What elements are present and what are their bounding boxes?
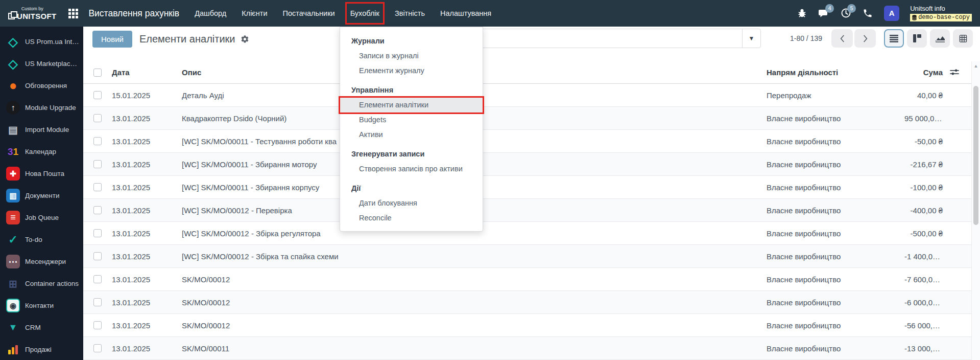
column-header-plan[interactable]: Напрям діяльності <box>767 68 904 77</box>
cell-date: 13.01.2025 <box>112 137 182 146</box>
cell-amount: -400,00 ₴ <box>904 206 971 215</box>
sidebar-item-contacts[interactable]: ◉Контакти <box>0 295 83 317</box>
row-checkbox[interactable] <box>93 252 102 260</box>
table-row[interactable]: 13.01.2025SK/MO/00012Власне виробництво-… <box>83 314 971 337</box>
row-checkbox[interactable] <box>93 206 102 214</box>
table-row[interactable]: 13.01.2025[WC] SK/MO/00011 - Тестування … <box>83 130 971 153</box>
sidebar-item-todo[interactable]: ✓To-do <box>0 229 83 251</box>
table-row[interactable]: 13.01.2025Квадракоптер Dsido (Чорний)Вла… <box>83 107 971 130</box>
activities-clock-icon[interactable]: 5 <box>840 8 851 19</box>
menu-item-reconcile[interactable]: Reconcile <box>340 211 483 226</box>
cell-plan: Власне виробництво <box>767 298 904 307</box>
menu-item-assets[interactable]: Активи <box>340 127 483 142</box>
topnav-item-accounting[interactable]: Бухоблік <box>350 7 379 19</box>
row-checkbox[interactable] <box>93 275 102 283</box>
column-header-date[interactable]: Дата <box>112 68 182 77</box>
sidebar-item-us-promua-integration[interactable]: ◇US Prom.ua Inte... <box>0 31 83 53</box>
unitsoft-logo[interactable]: Custom by UNITSOFT <box>8 7 56 20</box>
cell-plan: Власне виробництво <box>767 206 904 215</box>
row-checkbox-cell <box>83 206 112 214</box>
menu-item-create-asset-entries[interactable]: Створення записів про активи <box>340 162 483 176</box>
scroll-up-arrow-icon[interactable]: ▲ <box>972 63 980 69</box>
column-header-amount[interactable]: Сума <box>904 68 971 77</box>
bug-icon[interactable] <box>796 8 807 19</box>
sidebar-item-label: Документи <box>25 192 59 199</box>
sidebar-item-nova-poshta[interactable]: ✚Нова Пошта <box>0 163 83 185</box>
view-list-button[interactable] <box>884 29 904 48</box>
cell-date: 13.01.2025 <box>112 183 182 192</box>
row-checkbox[interactable] <box>93 114 102 122</box>
row-checkbox[interactable] <box>93 344 102 352</box>
sidebar-item-sales[interactable]: Продажі <box>0 339 83 360</box>
cell-amount: -1 400,00 ₴ <box>904 252 971 261</box>
nova-poshta-icon: ✚ <box>6 167 20 181</box>
user-info: Unitsoft info demo-base-copy <box>910 5 972 22</box>
scrollbar-thumb[interactable] <box>973 86 978 225</box>
pager-prev-button[interactable] <box>831 29 853 48</box>
table-row[interactable]: 15.01.2025Деталь АудіПерепродаж40,00 ₴ <box>83 84 971 107</box>
row-checkbox[interactable] <box>93 137 102 145</box>
table-row[interactable]: 13.01.2025[WC] SK/MO/00011 - Збирання ко… <box>83 176 971 199</box>
view-graph-button[interactable] <box>930 29 950 48</box>
user-avatar[interactable]: A <box>884 6 899 21</box>
select-all-checkbox[interactable] <box>93 69 102 77</box>
row-checkbox[interactable] <box>93 298 102 306</box>
table-row[interactable]: 13.01.2025[WC] SK/MO/00012 - Збірка регу… <box>83 222 971 245</box>
cell-amount: -13 000,00 ₴ <box>904 344 971 353</box>
sidebar-item-container-actions[interactable]: ⊞Container actions <box>0 273 83 295</box>
menu-item-journal-entries[interactable]: Записи в журналі <box>340 49 483 63</box>
apps-grid-icon[interactable] <box>68 9 78 18</box>
pager-range[interactable]: 1-80 / 139 <box>790 34 822 42</box>
sidebar-item-calendar[interactable]: 31Календар <box>0 141 83 163</box>
row-checkbox[interactable] <box>93 160 102 168</box>
accounting-dropdown-menu: ЖурналиЗаписи в журналіЕлементи журналуУ… <box>340 27 483 232</box>
table-row[interactable]: 13.01.2025SK/MO/00012Власне виробництво-… <box>83 291 971 314</box>
gear-icon[interactable] <box>241 35 249 43</box>
row-checkbox[interactable] <box>93 321 102 329</box>
table-row[interactable]: 13.01.2025[WC] SK/MO/00012 - ПеревіркаВл… <box>83 199 971 222</box>
sidebar-item-documents[interactable]: ▥Документи <box>0 185 83 207</box>
app-window: Custom by UNITSOFT Виставлення рахунків … <box>0 0 980 360</box>
table-row[interactable]: 13.01.2025SK/MO/00012Власне виробництво-… <box>83 268 971 291</box>
topnav-item-dashboard[interactable]: Дашборд <box>195 7 226 19</box>
sidebar-item-job-queue[interactable]: ≡Job Queue <box>0 207 83 229</box>
row-checkbox-cell <box>83 298 112 306</box>
sidebar-item-discuss[interactable]: ●Обговорення <box>0 75 83 97</box>
topnav-item-vendors[interactable]: Постачальники <box>283 7 335 19</box>
table-row[interactable]: 13.01.2025[WC] SK/MO/00011 - Збирання мо… <box>83 153 971 176</box>
cell-plan: Власне виробництво <box>767 321 904 330</box>
row-checkbox[interactable] <box>93 183 102 191</box>
pager-next-button[interactable] <box>854 29 876 48</box>
menu-item-journal-items[interactable]: Елементи журналу <box>340 63 483 78</box>
analytic-items-list: Дата Опис Напрям діяльності Сума 15.01.2… <box>83 61 971 360</box>
row-checkbox[interactable] <box>93 229 102 237</box>
table-row[interactable]: 13.01.2025SK/MO/00011Власне виробництво-… <box>83 337 971 360</box>
sidebar-item-module-upgrade[interactable]: ↑Module Upgrade <box>0 97 83 119</box>
phone-icon[interactable] <box>862 8 873 19</box>
sidebar-item-import-module[interactable]: ▤Import Module <box>0 119 83 141</box>
cell-description: SK/MO/00012 <box>182 275 767 284</box>
table-row[interactable]: 13.01.2025[WC] SK/MO/00012 - Збірка та с… <box>83 245 971 268</box>
sidebar-item-label: US Marketplace... <box>25 60 79 68</box>
view-pivot-button[interactable] <box>953 29 973 48</box>
cell-plan: Власне виробництво <box>767 114 904 123</box>
sidebar-item-crm[interactable]: ▼CRM <box>0 317 83 339</box>
documents-icon: ▥ <box>6 189 20 202</box>
search-dropdown-caret-icon[interactable]: ▼ <box>742 29 760 48</box>
topnav-item-reporting[interactable]: Звітність <box>395 7 425 19</box>
row-checkbox-cell <box>83 114 112 122</box>
topnav-item-clients[interactable]: Клієнти <box>242 7 267 19</box>
column-options-icon[interactable] <box>950 68 959 78</box>
sidebar-item-us-marketplace[interactable]: ◇US Marketplace... <box>0 53 83 75</box>
view-kanban-button[interactable] <box>907 29 927 48</box>
row-checkbox[interactable] <box>93 91 102 99</box>
topnav-item-settings[interactable]: Налаштування <box>440 7 491 19</box>
messages-icon[interactable]: 4 <box>818 8 829 19</box>
menu-item-budgets[interactable]: Budgets <box>340 112 483 127</box>
cell-amount: -50,00 ₴ <box>904 137 971 146</box>
sidebar-item-messengers[interactable]: ⋯Месенджери <box>0 251 83 273</box>
menu-item-lock-dates[interactable]: Дати блокування <box>340 196 483 211</box>
menu-item-analytic-items[interactable]: Елементи аналітики <box>340 98 483 112</box>
new-button[interactable]: Новий <box>92 31 132 48</box>
app-name[interactable]: Виставлення рахунків <box>88 8 179 19</box>
